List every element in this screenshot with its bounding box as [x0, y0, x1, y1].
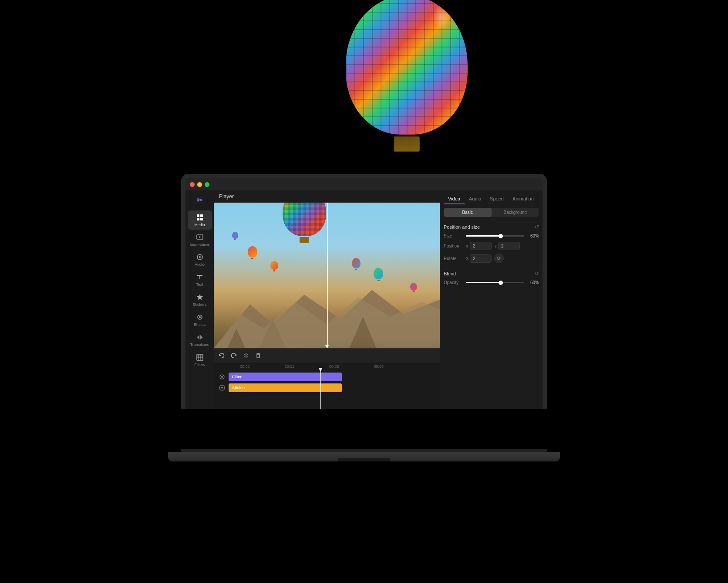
opacity-value: 60%: [527, 280, 539, 285]
divider-1: [444, 267, 539, 267]
svg-point-29: [221, 376, 223, 378]
sidebar-stickers-label: Stickers: [192, 302, 206, 307]
rotate-x-input[interactable]: [470, 254, 492, 263]
close-button[interactable]: [190, 182, 195, 187]
panel-tabs: Video Audio Speed Animation: [440, 190, 543, 204]
stickers-icon: [195, 293, 204, 302]
sidebar-item-stock-videos[interactable]: Stock videos: [188, 230, 212, 249]
ruler-mark-3: 00:03: [374, 364, 384, 369]
opacity-row: Opacity 60%: [444, 280, 539, 285]
track-row-sticker: Sticker: [217, 383, 436, 393]
sidebar-item-media[interactable]: Media: [188, 210, 212, 230]
laptop-base: [168, 452, 560, 461]
player-header: Player: [214, 190, 440, 203]
clip-filter[interactable]: Filter: [229, 373, 342, 381]
panel-subtabs: Basic Background: [444, 208, 539, 217]
sidebar-transitions-label: Transitions: [190, 342, 209, 347]
track-filter-icon: [217, 372, 227, 382]
media-icon: [195, 213, 204, 222]
track-sticker-icon: [217, 383, 227, 393]
timeline: 00:00 00:01 00:02 00:03: [214, 348, 440, 409]
stock-videos-icon: [195, 233, 204, 242]
sidebar-item-transitions[interactable]: Transitions: [188, 330, 212, 349]
blend-label: Blend: [444, 271, 456, 276]
sidebar-item-audio[interactable]: Audio: [188, 250, 212, 269]
subtab-background[interactable]: Background: [492, 208, 539, 217]
svg-rect-26: [257, 354, 260, 358]
subtab-basic[interactable]: Basic: [444, 208, 492, 217]
position-row: Position X Y: [444, 242, 539, 250]
position-x-group: X: [466, 242, 492, 250]
position-y-group: Y: [494, 242, 520, 250]
track-row-filter: Filter: [217, 372, 436, 382]
player-title: Player: [219, 193, 234, 200]
sidebar-audio-label: Audio: [195, 262, 205, 267]
effects-icon: [195, 313, 204, 322]
timeline-toolbar: [214, 349, 440, 363]
redo-button[interactable]: [229, 351, 238, 360]
tab-audio[interactable]: Audio: [465, 194, 485, 204]
sidebar-media-label: Media: [194, 223, 205, 227]
x-label: X: [466, 244, 468, 248]
split-button[interactable]: [242, 351, 250, 360]
filters-icon: [195, 353, 204, 362]
sidebar: ✂: [185, 190, 214, 409]
svg-rect-11: [197, 354, 203, 360]
opacity-label: Opacity: [444, 280, 463, 285]
size-row: Size 60%: [444, 234, 539, 238]
decorative-balloon: [346, 0, 468, 152]
sidebar-item-effects[interactable]: Effects: [188, 310, 212, 329]
svg-rect-3: [200, 218, 203, 220]
svg-marker-5: [199, 236, 201, 238]
fullscreen-button[interactable]: [205, 182, 209, 187]
sidebar-text-label: Text: [196, 282, 203, 287]
sidebar-filters-label: Filters: [194, 363, 205, 367]
size-slider[interactable]: [466, 235, 524, 237]
ruler-mark-2: 00:02: [329, 364, 339, 369]
title-bar: [185, 178, 543, 190]
delete-button[interactable]: [254, 351, 263, 360]
svg-rect-2: [197, 218, 199, 220]
svg-point-10: [199, 316, 201, 318]
rotate-row: Rotate X ⟳: [444, 254, 539, 263]
tab-video[interactable]: Video: [444, 194, 465, 204]
sidebar-item-filters[interactable]: Filters: [188, 350, 212, 369]
size-label: Size: [444, 234, 463, 238]
rotate-label: Rotate: [444, 256, 463, 261]
transitions-icon: [195, 333, 204, 342]
section-position-title: Position and size ↺: [444, 224, 539, 230]
rotate-direction-button[interactable]: ⟳: [494, 254, 504, 263]
tab-speed[interactable]: Speed: [485, 194, 508, 204]
undo-button[interactable]: [217, 351, 226, 360]
sidebar-item-text[interactable]: Text: [188, 270, 212, 289]
tab-animation[interactable]: Animation: [508, 194, 538, 204]
position-label: Position: [444, 244, 463, 248]
section-blend-title: Blend ↺: [444, 271, 539, 277]
sidebar-item-stickers[interactable]: Stickers: [188, 290, 212, 309]
reset-position-button[interactable]: ↺: [535, 224, 539, 230]
right-panel: Video Audio Speed Animation Basic Backgr…: [440, 190, 543, 409]
minimize-button[interactable]: [197, 182, 202, 187]
screen-bezel: ✂: [185, 178, 543, 409]
clip-filter-label: Filter: [232, 375, 242, 379]
svg-rect-0: [197, 214, 199, 217]
position-size-label: Position and size: [444, 224, 480, 230]
reset-blend-button[interactable]: ↺: [535, 271, 539, 277]
panel-content: Position and size ↺ Size: [440, 220, 543, 409]
svg-marker-8: [197, 294, 203, 300]
laptop-lid: ✂: [181, 174, 547, 409]
laptop: ✂: [168, 174, 560, 461]
timeline-tracks: Filter: [214, 370, 440, 409]
clip-sticker-label: Sticker: [232, 386, 245, 390]
clip-sticker[interactable]: Sticker: [229, 383, 342, 392]
audio-icon: [195, 253, 204, 261]
rotate-x-group: X: [466, 254, 492, 263]
position-x-input[interactable]: [470, 242, 492, 250]
svg-rect-1: [200, 214, 203, 217]
opacity-slider[interactable]: [466, 282, 524, 283]
video-player[interactable]: CapCut_01.MOV 00:00:07: [214, 203, 440, 348]
position-y-input[interactable]: [498, 242, 520, 250]
app-logo: ✂: [194, 194, 206, 206]
sidebar-stock-label: Stock videos: [190, 243, 209, 247]
rotate-x-label: X: [466, 256, 468, 261]
